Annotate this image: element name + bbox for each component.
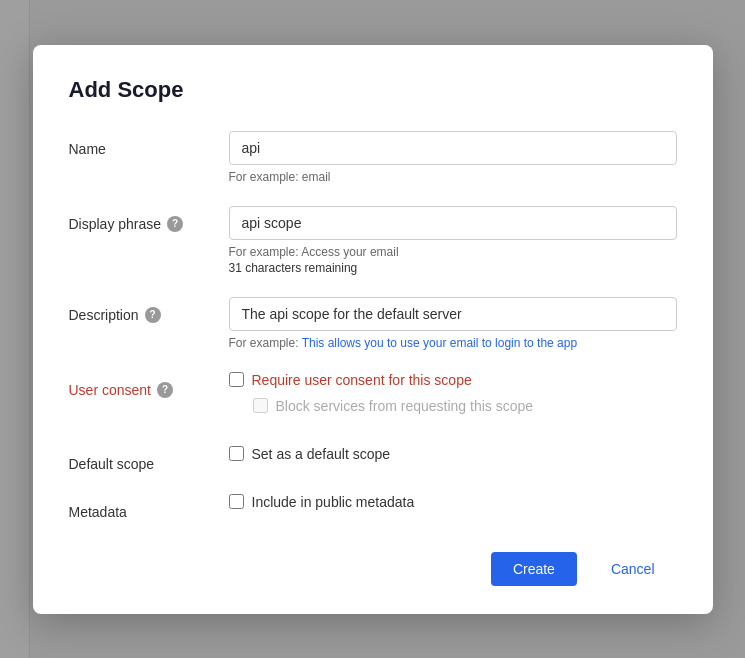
description-control-wrap: For example: This allows you to use your… bbox=[229, 297, 677, 350]
display-phrase-control-wrap: For example: Access your email 31 charac… bbox=[229, 206, 677, 275]
display-phrase-hint-example: For example: Access your email bbox=[229, 245, 677, 259]
metadata-field-row: Metadata Include in public metadata bbox=[69, 494, 677, 520]
name-control-wrap: For example: email bbox=[229, 131, 677, 184]
default-scope-checkbox-label: Set as a default scope bbox=[252, 446, 391, 462]
name-hint: For example: email bbox=[229, 170, 677, 184]
description-field-row: Description ? For example: This allows y… bbox=[69, 297, 677, 350]
user-consent-control-wrap: Require user consent for this scope Bloc… bbox=[229, 372, 677, 424]
default-scope-label: Default scope bbox=[69, 446, 229, 472]
metadata-label: Metadata bbox=[69, 494, 229, 520]
metadata-checkbox-label: Include in public metadata bbox=[252, 494, 415, 510]
block-services-row: Block services from requesting this scop… bbox=[253, 398, 677, 414]
metadata-checkbox[interactable] bbox=[229, 494, 244, 509]
modal-overlay: Add Scope Name For example: email Displa… bbox=[0, 0, 745, 658]
default-scope-checkbox[interactable] bbox=[229, 446, 244, 461]
name-field-row: Name For example: email bbox=[69, 131, 677, 184]
default-scope-control-wrap: Set as a default scope bbox=[229, 446, 677, 472]
user-consent-label: User consent ? bbox=[69, 372, 229, 398]
description-help-icon[interactable]: ? bbox=[145, 307, 161, 323]
display-phrase-input[interactable] bbox=[229, 206, 677, 240]
create-button[interactable]: Create bbox=[491, 552, 577, 586]
user-consent-field-row: User consent ? Require user consent for … bbox=[69, 372, 677, 424]
display-phrase-label: Display phrase ? bbox=[69, 206, 229, 232]
default-scope-field-row: Default scope Set as a default scope bbox=[69, 446, 677, 472]
name-input[interactable] bbox=[229, 131, 677, 165]
description-hint: For example: This allows you to use your… bbox=[229, 336, 677, 350]
block-services-label: Block services from requesting this scop… bbox=[276, 398, 534, 414]
modal-footer: Create Cancel bbox=[69, 544, 677, 586]
user-consent-help-icon[interactable]: ? bbox=[157, 382, 173, 398]
description-input[interactable] bbox=[229, 297, 677, 331]
chars-remaining: 31 characters remaining bbox=[229, 261, 677, 275]
block-services-checkbox[interactable] bbox=[253, 398, 268, 413]
cancel-button[interactable]: Cancel bbox=[589, 552, 677, 586]
require-consent-label: Require user consent for this scope bbox=[252, 372, 472, 388]
metadata-control-wrap: Include in public metadata bbox=[229, 494, 677, 520]
display-phrase-help-icon[interactable]: ? bbox=[167, 216, 183, 232]
add-scope-modal: Add Scope Name For example: email Displa… bbox=[33, 45, 713, 614]
name-label: Name bbox=[69, 131, 229, 157]
require-consent-checkbox[interactable] bbox=[229, 372, 244, 387]
description-label: Description ? bbox=[69, 297, 229, 323]
display-phrase-field-row: Display phrase ? For example: Access you… bbox=[69, 206, 677, 275]
modal-title: Add Scope bbox=[69, 77, 677, 103]
metadata-row: Include in public metadata bbox=[229, 494, 677, 510]
description-hint-link[interactable]: This allows you to use your email to log… bbox=[302, 336, 577, 350]
require-consent-row: Require user consent for this scope bbox=[229, 372, 677, 388]
default-scope-row: Set as a default scope bbox=[229, 446, 677, 462]
